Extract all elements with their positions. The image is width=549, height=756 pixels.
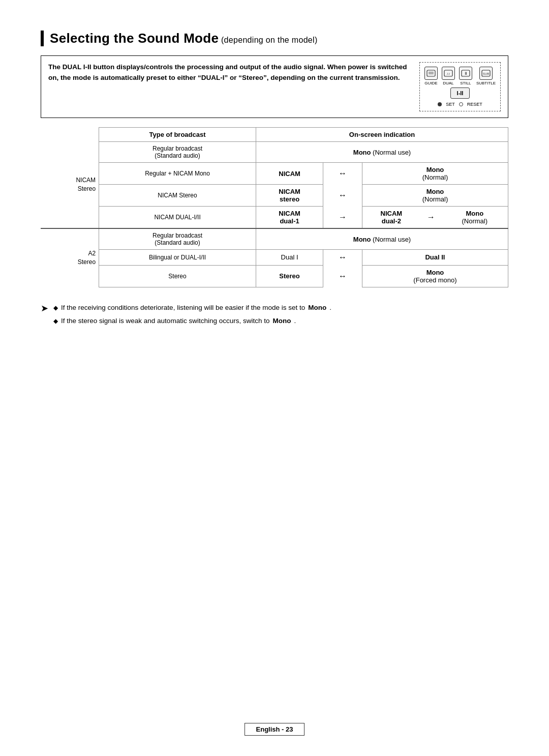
arrow-4: ↔	[323, 250, 362, 266]
nicam-dual-col23: NICAMdual-2 → Mono(Normal)	[362, 207, 508, 229]
still-label: STILL	[460, 81, 471, 85]
table-row: Stereo Stereo ↔ Mono(Forced mono)	[41, 265, 508, 287]
nicam-col1: NICAM	[256, 163, 323, 185]
footer-badge: English - 23	[245, 723, 305, 736]
type-stereo: Stereo	[99, 265, 256, 287]
remote-btn-dual: ♪♪ DUAL	[442, 67, 455, 85]
dual-i-col: Dual I	[256, 250, 323, 266]
notes-list: If the receiving conditions deteriorate,…	[53, 303, 331, 330]
reset-circle	[459, 102, 463, 106]
still-icon: ⏸	[459, 67, 472, 80]
table-row: NICAM Stereo NICAMstereo ↔ Mono(Normal)	[41, 185, 508, 207]
remote-illustration: GUIDE ♪♪ DUAL	[419, 62, 501, 111]
a2-stereo-label: A2Stereo	[41, 228, 99, 287]
subtitle-label: SUBTITLE	[476, 81, 496, 85]
table-row-divider: A2Stereo Regular broadcast(Standard audi…	[41, 228, 508, 250]
note-arrow-icon: ➤	[41, 303, 48, 314]
col-header-type: Type of broadcast	[99, 128, 256, 142]
intro-section: The DUAL I-II button displays/controls t…	[41, 55, 508, 118]
sound-table: Type of broadcast On-screen indication N…	[41, 127, 508, 287]
type-nicam-stereo: NICAM Stereo	[99, 185, 256, 207]
remote-buttons-row: GUIDE ♪♪ DUAL	[424, 67, 496, 85]
table-corner-empty	[41, 128, 99, 142]
remote-btn-still: ⏸ STILL	[459, 67, 472, 85]
remote-set-reset: SET RESET	[438, 102, 482, 107]
dual-icon: ♪♪	[442, 67, 455, 80]
a2-indication-mono: Mono (Normal use)	[256, 228, 508, 250]
stereo-col1: Stereo	[256, 265, 323, 287]
note-1: If the receiving conditions deteriorate,…	[53, 303, 331, 313]
type-regular-std: Regular broadcast(Standard audio)	[99, 142, 256, 163]
remote-iii: I-II	[450, 88, 470, 99]
arrow-2: ↔	[323, 185, 362, 207]
col-header-indication: On-screen indication	[256, 128, 508, 142]
indication-mono-normal: Mono (Normal use)	[256, 142, 508, 163]
note-2: If the stereo signal is weak and automat…	[53, 316, 331, 326]
page-footer: English - 23	[0, 723, 549, 736]
table-row: Bilingual or DUAL-I/II Dual I ↔ Dual II	[41, 250, 508, 266]
intro-text: The DUAL I-II button displays/controls t…	[48, 62, 409, 111]
remote-btn-subtitle: SUB SUBTITLE	[476, 67, 496, 85]
nicam-stereo-col1: NICAMstereo	[256, 185, 323, 207]
iii-icon: I-II	[450, 88, 470, 99]
arrow-1: ↔	[323, 163, 362, 185]
page-title: Selecting the Sound Mode (depending on t…	[41, 31, 508, 46]
type-a2-regular-std: Regular broadcast(Standard audio)	[99, 228, 256, 250]
title-main: Selecting the Sound Mode	[50, 31, 219, 46]
nicam-col2: Mono(Normal)	[362, 163, 508, 185]
guide-label: GUIDE	[424, 81, 437, 85]
table-row: NICAM DUAL-I/II NICAMdual-1 → NICAMdual-…	[41, 207, 508, 229]
guide-icon	[424, 67, 438, 80]
remote-btn-guide: GUIDE	[424, 67, 438, 85]
svg-text:SUB: SUB	[483, 72, 489, 75]
subtitle-icon: SUB	[479, 67, 493, 80]
svg-rect-0	[427, 70, 435, 76]
svg-text:♪♪: ♪♪	[446, 72, 450, 75]
svg-text:⏸: ⏸	[464, 71, 468, 76]
dual-ii-col: Dual II	[362, 250, 508, 266]
title-suffix: (depending on the model)	[219, 36, 317, 44]
stereo-col2: Mono(Forced mono)	[362, 265, 508, 287]
notes-section: ➤ If the receiving conditions deteriorat…	[41, 303, 508, 330]
reset-label: RESET	[467, 102, 482, 107]
nicam-stereo-col2: Mono(Normal)	[362, 185, 508, 207]
set-label: SET	[446, 102, 455, 107]
type-nicam-dual: NICAM DUAL-I/II	[99, 207, 256, 229]
nicam-stereo-label: NICAMStereo	[41, 142, 99, 229]
set-circle	[438, 102, 442, 106]
type-regular-nicam-mono: Regular + NICAM Mono	[99, 163, 256, 185]
nicam-dual-col1: NICAMdual-1	[256, 207, 323, 229]
table-row: Regular + NICAM Mono NICAM ↔ Mono(Normal…	[41, 163, 508, 185]
arrow-3a: →	[323, 207, 362, 229]
type-bilingual: Bilingual or DUAL-I/II	[99, 250, 256, 266]
table-row: NICAMStereo Regular broadcast(Standard a…	[41, 142, 508, 163]
arrow-5: ↔	[323, 265, 362, 287]
dual-label: DUAL	[443, 81, 453, 85]
